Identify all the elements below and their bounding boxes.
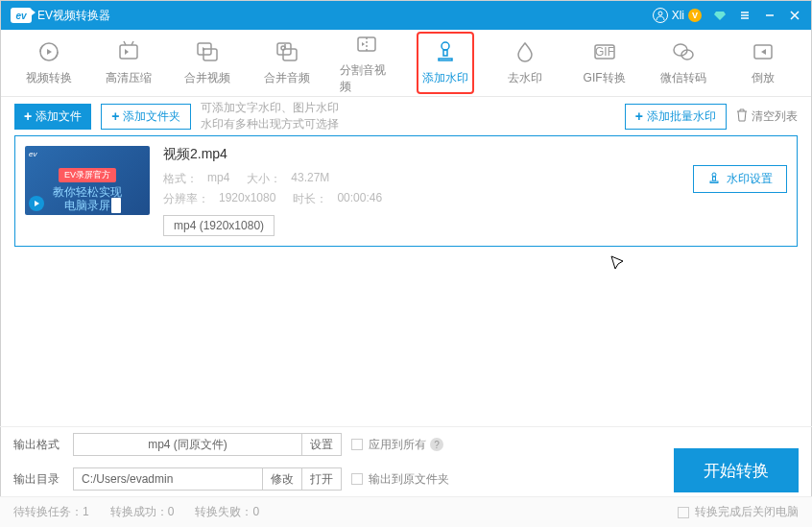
tab-label: 微信转码	[660, 70, 706, 86]
play-rotate-icon	[36, 39, 61, 64]
fmt-label: 格式：	[163, 171, 198, 187]
checkbox-icon	[351, 473, 363, 485]
output-orig-checkbox[interactable]: 输出到原文件夹	[351, 471, 449, 488]
file-info: 视频2.mp4 格式：mp4 大小：43.27M 分辨率：1920x1080 时…	[163, 146, 680, 236]
diamond-icon[interactable]	[713, 9, 727, 22]
tab-video-convert[interactable]: 视频转换	[20, 32, 78, 94]
bottom-panel: 输出格式 mp4 (同原文件) 设置 应用到所有? 输出目录 C:/Users/…	[0, 426, 812, 527]
failed-count: 转换失败：0	[195, 504, 259, 520]
action-bar: +添加文件 +添加文件夹 可添加文字水印、图片水印 水印有多种出现方式可选择 +…	[1, 97, 811, 135]
tab-label: 高清压缩	[106, 70, 152, 86]
menu-dropdown-icon[interactable]	[738, 9, 752, 22]
dur-label: 时长：	[293, 191, 327, 207]
output-format-field: mp4 (同原文件) 设置	[73, 433, 342, 456]
tab-label: 添加水印	[422, 70, 468, 86]
tab-add-watermark[interactable]: 添加水印	[417, 32, 474, 94]
droplet-icon	[513, 39, 537, 64]
help-icon[interactable]: ?	[430, 438, 443, 451]
file-list: ev EV录屏官方 教你轻松实现电脑录屏 视频2.mp4 格式：mp4 大小：4…	[1, 135, 811, 247]
tab-hd-compress[interactable]: 高清压缩	[100, 32, 157, 94]
trash-icon	[736, 108, 748, 125]
app-logo-icon: ev	[11, 8, 32, 23]
plus-icon: +	[111, 108, 119, 124]
titlebar-left: ev EV视频转换器	[11, 8, 110, 24]
res-label: 分辨率：	[163, 191, 209, 207]
res-value: 1920x1080	[219, 191, 275, 207]
svg-point-0	[658, 12, 662, 15]
plus-icon: +	[635, 108, 643, 124]
app-title: EV视频转换器	[37, 8, 110, 24]
video-thumbnail: ev EV录屏官方 教你轻松实现电脑录屏	[25, 146, 150, 215]
tab-label: 分割音视频	[340, 62, 394, 95]
batch-label: 添加批量水印	[647, 108, 716, 125]
tab-split[interactable]: 分割音视频	[338, 24, 395, 103]
user-icon	[653, 8, 668, 23]
stamp-icon	[433, 39, 458, 64]
shutdown-checkbox[interactable]: 转换完成后关闭电脑	[678, 504, 799, 520]
minimize-button[interactable]	[763, 9, 776, 22]
file-name: 视频2.mp4	[163, 146, 680, 163]
tab-label: 视频转换	[26, 70, 72, 86]
success-count: 转换成功：0	[110, 504, 175, 520]
apply-all-checkbox[interactable]: 应用到所有?	[351, 437, 443, 453]
tab-label: 去水印	[508, 70, 542, 86]
output-settings-button[interactable]: 设置	[301, 434, 341, 455]
watermark-settings-button[interactable]: 水印设置	[693, 165, 787, 193]
cursor-icon	[609, 254, 627, 272]
merge-audio-icon	[275, 39, 299, 64]
tab-merge-video[interactable]: 合并视频	[179, 32, 236, 94]
svg-text:GIF: GIF	[595, 45, 614, 59]
user-name: Xli	[672, 9, 684, 22]
tab-wechat[interactable]: 微信转码	[655, 32, 712, 94]
clear-list-button[interactable]: 清空列表	[736, 108, 798, 125]
output-dir-value: C:/Users/evadmin	[74, 472, 262, 486]
reverse-icon	[751, 39, 776, 64]
tab-gif[interactable]: GIF GIF转换	[576, 32, 633, 94]
tab-remove-watermark[interactable]: 去水印	[496, 32, 554, 94]
output-format-value: mp4 (同原文件)	[74, 437, 301, 453]
play-icon	[29, 196, 44, 211]
tab-label: 倒放	[752, 70, 775, 86]
user-menu[interactable]: Xli V	[653, 8, 702, 23]
hint-text: 可添加文字水印、图片水印 水印有多种出现方式可选择	[201, 100, 339, 132]
compress-icon	[116, 39, 141, 64]
svg-point-15	[712, 173, 716, 177]
start-convert-button[interactable]: 开始转换	[674, 448, 799, 492]
main-toolbar: 视频转换 高清压缩 合并视频 合并音频 分割音视频 添加水印 去水印 GIF G…	[1, 30, 811, 97]
svg-rect-16	[713, 177, 716, 180]
modify-dir-button[interactable]: 修改	[262, 468, 301, 490]
titlebar: ev EV视频转换器 Xli V	[1, 1, 811, 30]
merge-video-icon	[195, 39, 220, 64]
tab-merge-audio[interactable]: 合并音频	[258, 32, 316, 94]
stamp-small-icon	[707, 171, 721, 187]
format-selector[interactable]: mp4 (1920x1080)	[163, 215, 275, 236]
plus-icon: +	[24, 108, 32, 124]
output-format-label: 输出格式	[13, 437, 63, 453]
add-folder-label: 添加文件夹	[123, 108, 180, 125]
output-dir-field: C:/Users/evadmin 修改 打开	[73, 467, 342, 491]
svg-rect-17	[710, 181, 718, 183]
pending-count: 待转换任务：1	[13, 504, 89, 520]
tab-label: 合并视频	[184, 70, 230, 86]
add-file-label: 添加文件	[36, 108, 82, 125]
tab-reverse[interactable]: 倒放	[734, 32, 792, 94]
close-button[interactable]	[788, 9, 801, 22]
tab-label: GIF转换	[584, 70, 626, 86]
split-icon	[354, 32, 379, 57]
svg-point-9	[442, 42, 449, 50]
size-label: 大小：	[247, 171, 281, 187]
file-card[interactable]: ev EV录屏官方 教你轻松实现电脑录屏 视频2.mp4 格式：mp4 大小：4…	[14, 135, 798, 247]
output-dir-label: 输出目录	[13, 471, 63, 488]
dur-value: 00:00:46	[337, 191, 382, 207]
add-folder-button[interactable]: +添加文件夹	[101, 104, 191, 130]
thumb-badge: EV录屏官方	[59, 168, 116, 182]
open-dir-button[interactable]: 打开	[301, 468, 341, 490]
checkbox-icon	[351, 439, 363, 450]
clear-label: 清空列表	[752, 108, 798, 125]
fmt-value: mp4	[207, 171, 229, 187]
add-batch-watermark-button[interactable]: +添加批量水印	[625, 104, 727, 130]
tab-label: 合并音频	[264, 70, 310, 86]
size-value: 43.27M	[291, 171, 329, 187]
add-file-button[interactable]: +添加文件	[14, 104, 91, 130]
checkbox-icon	[678, 507, 689, 518]
